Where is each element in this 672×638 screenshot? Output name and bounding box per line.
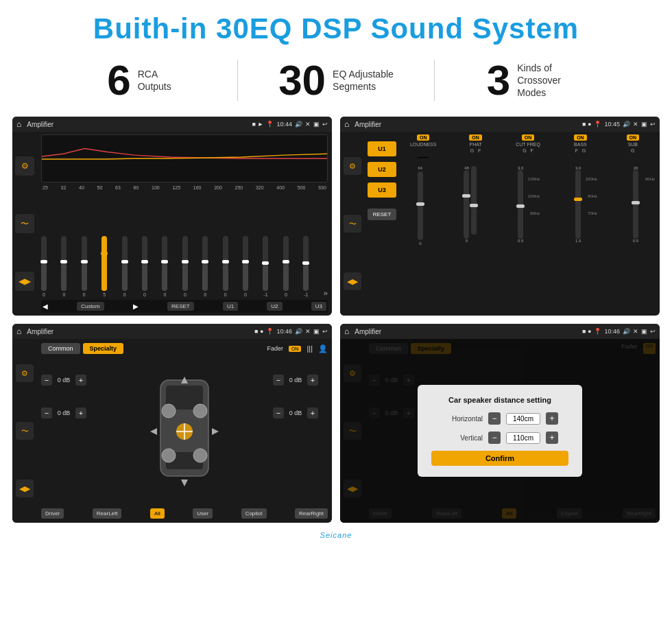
dialog-vertical-label: Vertical <box>442 434 483 442</box>
amp-sidebar-icon-2[interactable]: 〜 <box>344 215 361 233</box>
db-plus-4[interactable]: + <box>307 407 318 418</box>
amp-main: U1 U2 U3 RESET ON LOUDNESS — <box>365 132 660 316</box>
eq-bottom-bar: ◀ Custom ▶ RESET U1 U2 U3 <box>41 300 328 313</box>
amp-phat-sliders[interactable]: 48 0 <box>464 166 477 313</box>
db-control-3: − 0 dB + <box>273 375 328 386</box>
dialog-vertical-plus[interactable]: + <box>546 432 558 444</box>
eq-reset-btn[interactable]: RESET <box>167 302 194 311</box>
eq-home-icon[interactable]: ⌂ <box>16 119 21 129</box>
eq-main: 253240506380100125160200250320400500630 … <box>37 132 332 316</box>
eq-slider-12[interactable]: 0 <box>283 236 289 297</box>
amp-cutfreq-sliders[interactable]: 3.0 120Hz 100Hz 80Hz 0.5 <box>518 166 523 313</box>
speaker-tab-specialty[interactable]: Specialty <box>83 343 124 354</box>
amp-sub-label: SUB <box>628 142 638 147</box>
db-control-1: − 0 dB + <box>41 375 96 386</box>
eq-vol-icon: 🔊 <box>295 121 302 128</box>
db-minus-3[interactable]: − <box>273 375 284 386</box>
amp-u2-btn[interactable]: U2 <box>368 162 396 177</box>
db-plus-3[interactable]: + <box>307 375 318 386</box>
amp-sidebar-icon-1[interactable]: ⚙ <box>344 157 361 175</box>
fader-on-badge[interactable]: ON <box>289 346 302 352</box>
amp-cutfreq-on[interactable]: ON <box>522 134 535 141</box>
speaker-title: Amplifier <box>27 328 252 335</box>
amp-home-icon[interactable]: ⌂ <box>344 119 349 129</box>
eq-slider-5[interactable]: 0 <box>142 236 147 297</box>
eq-slider-1[interactable]: 0 <box>61 236 67 297</box>
amp-u3-btn[interactable]: U3 <box>368 182 396 198</box>
eq-sidebar: ⚙ 〜 ◀▶ <box>12 132 37 316</box>
eq-time: 10:44 <box>276 121 292 128</box>
eq-slider-4[interactable]: 0 <box>122 236 128 297</box>
dialog-icon1: ■ ● <box>582 328 591 335</box>
eq-sidebar-icon-3[interactable]: ◀▶ <box>15 272 34 291</box>
amp-reset-btn[interactable]: RESET <box>368 209 396 220</box>
rearright-btn[interactable]: RearRight <box>295 508 328 519</box>
eq-slider-3[interactable]: 5 <box>101 236 107 297</box>
eq-sidebar-icon-1[interactable]: ⚙ <box>15 156 34 176</box>
eq-sidebar-icon-2[interactable]: 〜 <box>15 214 34 233</box>
speaker-screen-panel: ⌂ Amplifier ■ ● 📍 10:46 🔊 ✕ ▣ ↩ ⚙ 〜 ◀▶ C… <box>12 324 332 523</box>
dialog-screen-panel: ⌂ Amplifier ■ ● 📍 10:46 🔊 ✕ ▣ ↩ ⚙ 〜 ◀▶ <box>340 324 660 523</box>
amp-sub-slider[interactable]: 20 60Hz 0.5 <box>633 166 638 313</box>
eq-expand-icon[interactable]: » <box>324 289 328 297</box>
all-btn[interactable]: All <box>150 508 165 519</box>
eq-slider-2[interactable]: 0 <box>82 236 87 297</box>
dialog-horizontal-minus[interactable]: − <box>488 412 501 425</box>
user-btn[interactable]: User <box>193 508 213 519</box>
copilot-btn[interactable]: Copilot <box>241 508 267 519</box>
dialog-home-icon[interactable]: ⌂ <box>344 327 349 336</box>
dialog-vertical-minus[interactable]: − <box>488 432 501 444</box>
speaker-back-icon[interactable]: ↩ <box>322 328 328 335</box>
speaker-sidebar-icon-1[interactable]: ⚙ <box>16 364 34 382</box>
eq-back-icon[interactable]: ↩ <box>322 121 328 128</box>
speaker-tab-common[interactable]: Common <box>41 343 80 354</box>
dialog-horizontal-value[interactable]: 140cm <box>506 413 540 425</box>
amp-loudness-on[interactable]: ON <box>417 134 430 141</box>
db-plus-1[interactable]: + <box>75 375 86 386</box>
eq-slider-9[interactable]: 0 <box>223 236 228 297</box>
driver-btn[interactable]: Driver <box>41 508 64 519</box>
speaker-sidebar-icon-2[interactable]: 〜 <box>16 422 34 440</box>
eq-next-btn[interactable]: ▶ <box>133 303 139 310</box>
amp-bass-sliders[interactable]: 3.0 100Hz 90Hz 70Hz 1.0 <box>575 166 581 313</box>
db-minus-2[interactable]: − <box>41 407 52 418</box>
speaker-sidebar-icon-3[interactable]: ◀▶ <box>16 480 34 497</box>
eq-status-right: 📍 10:44 🔊 ✕ ▣ ↩ <box>266 121 328 128</box>
eq-u2-btn[interactable]: U2 <box>267 302 282 311</box>
eq-slider-13[interactable]: -1 <box>303 236 309 297</box>
db-minus-4[interactable]: − <box>273 407 284 418</box>
eq-u3-btn[interactable]: U3 <box>311 302 326 311</box>
amp-location-icon: 📍 <box>594 121 601 128</box>
eq-slider-10[interactable]: 0 <box>243 236 248 297</box>
amp-bass-on[interactable]: ON <box>574 134 587 141</box>
eq-custom-btn[interactable]: Custom <box>77 302 104 311</box>
eq-slider-7[interactable]: 0 <box>182 236 188 297</box>
speaker-screen-content: ⚙ 〜 ◀▶ Common Specialty Fader ON ||| 👤 <box>12 339 332 523</box>
amp-u1-btn[interactable]: U1 <box>368 141 396 156</box>
dialog-box: Car speaker distance setting Horizontal … <box>418 385 582 477</box>
eq-u1-btn[interactable]: U1 <box>223 302 238 311</box>
confirm-button[interactable]: Confirm <box>431 451 568 466</box>
db-plus-2[interactable]: + <box>75 407 86 418</box>
eq-prev-btn[interactable]: ◀ <box>43 303 48 310</box>
eq-slider-6[interactable]: 0 <box>162 236 167 297</box>
rearleft-btn[interactable]: RearLeft <box>93 508 122 519</box>
amp-sub-on[interactable]: ON <box>627 134 640 141</box>
eq-slider-8[interactable]: 0 <box>202 236 208 297</box>
dialog-time: 10:46 <box>604 328 620 335</box>
amp-phat-on[interactable]: ON <box>469 134 482 141</box>
eq-slider-11[interactable]: -1 <box>263 236 268 297</box>
amp-loudness-slider[interactable]: 64 0 <box>418 166 423 313</box>
eq-slider-0[interactable]: 0 <box>41 236 47 297</box>
stat-eq: 30 EQ AdjustableSegments <box>238 59 434 102</box>
speaker-profile-icon[interactable]: 👤 <box>318 344 328 353</box>
amp-status-right: 📍 10:45 🔊 ✕ ▣ ↩ <box>594 121 656 128</box>
fader-toggle-bars[interactable]: ||| <box>307 344 313 353</box>
dialog-back-icon[interactable]: ↩ <box>650 328 656 335</box>
dialog-vertical-value[interactable]: 110cm <box>506 432 540 444</box>
db-minus-1[interactable]: − <box>41 375 52 386</box>
amp-sidebar-icon-3[interactable]: ◀▶ <box>344 272 361 290</box>
dialog-horizontal-plus[interactable]: + <box>546 412 558 425</box>
amp-back-icon[interactable]: ↩ <box>650 121 656 128</box>
speaker-home-icon[interactable]: ⌂ <box>16 327 21 336</box>
